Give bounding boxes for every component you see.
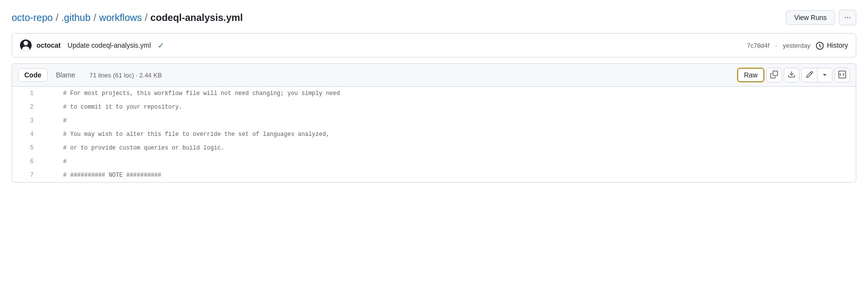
line-number: 7 (12, 169, 41, 182)
commit-bar: octocat Update codeql-analysis.yml ✓ 7c7… (12, 33, 856, 57)
commit-author[interactable]: octocat (36, 41, 61, 49)
blame-tab[interactable]: Blame (50, 68, 82, 82)
breadcrumb-sep1: / (56, 12, 59, 23)
table-row: 1 # For most projects, this workflow fil… (12, 87, 856, 100)
more-icon: ··· (844, 13, 850, 22)
table-row: 5 # or to provide custom queries or buil… (12, 141, 856, 155)
breadcrumb-sep3: / (145, 12, 147, 23)
breadcrumb-actions: View Runs ··· (786, 10, 856, 25)
edit-dropdown-button[interactable] (817, 68, 832, 82)
table-row: 7 # ########## NOTE ########## (12, 169, 856, 182)
line-content: # For most projects, this workflow file … (41, 87, 856, 100)
table-row: 4 # You may wish to alter this file to o… (12, 128, 856, 141)
symbols-button[interactable] (834, 68, 850, 82)
breadcrumb-row: octo-repo / .github / workflows / codeql… (12, 10, 856, 25)
code-toolbar-right: Raw (737, 68, 850, 82)
commit-sha[interactable]: 7c78d4f (747, 42, 769, 49)
code-content: 1 # For most projects, this workflow fil… (12, 87, 856, 183)
copy-button[interactable] (766, 68, 782, 82)
symbols-icon (838, 71, 846, 80)
history-button[interactable]: History (816, 41, 848, 50)
breadcrumb: octo-repo / .github / workflows / codeql… (12, 12, 243, 23)
file-meta: 71 lines (61 loc) · 2.44 KB (90, 72, 162, 79)
edit-icon (806, 71, 814, 80)
commit-dot: · (775, 42, 777, 49)
code-tab[interactable]: Code (18, 68, 48, 82)
commit-left: octocat Update codeql-analysis.yml ✓ (20, 39, 164, 51)
table-row: 6 # (12, 155, 856, 169)
line-number: 5 (12, 141, 41, 155)
view-runs-button[interactable]: View Runs (786, 10, 835, 25)
line-content: # or to provide custom queries or build … (41, 141, 856, 155)
code-toolbar-left: Code Blame 71 lines (61 loc) · 2.44 KB (18, 68, 162, 82)
code-toolbar: Code Blame 71 lines (61 loc) · 2.44 KB R… (12, 63, 856, 87)
line-number: 3 (12, 114, 41, 128)
line-number: 2 (12, 100, 41, 114)
raw-button[interactable]: Raw (737, 68, 764, 82)
commit-check-icon: ✓ (158, 41, 164, 50)
commit-message: Update codeql-analysis.yml (68, 41, 151, 49)
more-button[interactable]: ··· (839, 10, 856, 25)
breadcrumb-repo[interactable]: octo-repo (12, 12, 53, 23)
history-clock-icon (816, 41, 824, 50)
code-viewer: Code Blame 71 lines (61 loc) · 2.44 KB R… (12, 63, 856, 183)
svg-point-1 (22, 46, 30, 51)
commit-right: 7c78d4f · yesterday History (747, 41, 848, 50)
line-number: 4 (12, 128, 41, 141)
breadcrumb-folder2[interactable]: workflows (99, 12, 142, 23)
line-content: # ########## NOTE ########## (41, 169, 856, 182)
history-label: History (827, 41, 848, 49)
breadcrumb-folder1[interactable]: .github (61, 12, 90, 23)
table-row: 3 # (12, 114, 856, 128)
svg-point-0 (24, 41, 28, 45)
line-number: 1 (12, 87, 41, 100)
download-button[interactable] (784, 68, 799, 82)
breadcrumb-sep2: / (93, 12, 96, 23)
avatar (20, 39, 32, 51)
line-content: # (41, 155, 856, 169)
commit-time: yesterday (783, 42, 810, 49)
edit-button-group (801, 68, 832, 82)
table-row: 2 # to commit it to your repository. (12, 100, 856, 114)
page-container: octo-repo / .github / workflows / codeql… (0, 0, 868, 301)
code-table: 1 # For most projects, this workflow fil… (12, 87, 856, 182)
copy-icon (770, 71, 778, 80)
line-content: # to commit it to your repository. (41, 100, 856, 114)
download-icon (788, 71, 796, 80)
chevron-down-icon (821, 71, 829, 80)
line-number: 6 (12, 155, 41, 169)
line-content: # You may wish to alter this file to ove… (41, 128, 856, 141)
line-content: # (41, 114, 856, 128)
edit-button[interactable] (801, 68, 817, 82)
breadcrumb-filename: codeql-analysis.yml (150, 12, 243, 23)
